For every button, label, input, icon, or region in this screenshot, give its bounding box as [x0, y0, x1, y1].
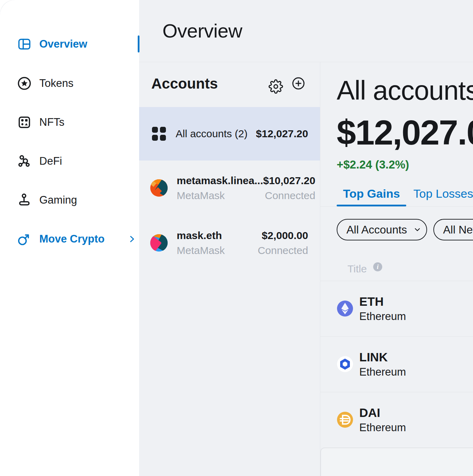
account-row-mask-eth[interactable]: mask.eth $2,000.00 MetaMask Connected: [139, 215, 320, 270]
info-icon[interactable]: i: [373, 262, 382, 271]
table-header: Title i: [320, 259, 473, 281]
account-row-all-accounts[interactable]: All accounts (2) $12,027.20: [139, 107, 320, 161]
account-status: Connected: [265, 190, 315, 202]
sidebar-item-defi[interactable]: DeFi: [0, 150, 139, 172]
account-status: Connected: [258, 245, 308, 256]
accounts-settings-button[interactable]: [268, 79, 283, 94]
balance-change: +$2.24 (3.2%): [337, 158, 409, 171]
account-name: metamask.linea...: [177, 175, 263, 187]
account-value: $12,027.20: [256, 128, 308, 140]
token-symbol: ETH: [359, 295, 406, 307]
chevron-right-icon: [127, 235, 136, 244]
accounts-panel: Accounts: [139, 62, 320, 476]
token-network: Ethereum: [359, 367, 406, 377]
sidebar-item-label: NFTs: [39, 116, 64, 129]
grid-icon: [152, 127, 166, 141]
accounts-title: Accounts: [151, 75, 218, 92]
title-column-header: Title: [347, 263, 367, 275]
chainlink-icon: [337, 356, 353, 372]
gear-icon: [268, 79, 283, 94]
sidebar-item-overview[interactable]: Overview: [0, 33, 139, 55]
molecule-icon: [17, 154, 32, 169]
page-title: Overview: [162, 20, 242, 42]
sidebar-item-tokens[interactable]: Tokens: [0, 72, 139, 95]
sidebar-item-label: Overview: [39, 38, 87, 50]
active-nav-indicator: [138, 35, 139, 52]
overview-panel: All accounts $12,027.02 +$2.24 (3.2%) To…: [320, 62, 473, 476]
account-name: mask.eth: [177, 230, 222, 241]
account-row-metamask-linea[interactable]: metamask.linea... $10,027.20 MetaMask Co…: [139, 161, 320, 215]
metamask-portfolio-window: Overview Tokens NFTs: [0, 0, 473, 476]
balance-heading: All accounts: [337, 75, 473, 106]
bottom-card: [320, 448, 473, 476]
tabs-divider: [320, 206, 473, 207]
token-network: Ethereum: [359, 422, 406, 433]
account-value: $10,027.20: [263, 175, 315, 187]
dai-icon: [337, 412, 353, 428]
accounts-header: Accounts: [139, 62, 320, 107]
chevron-down-icon: [413, 225, 422, 234]
token-row-dai[interactable]: DAI Ethereum: [320, 392, 473, 448]
add-account-button[interactable]: [291, 76, 305, 90]
plus-circle-icon: [291, 76, 305, 90]
tab-top-gains[interactable]: Top Gains: [337, 180, 406, 207]
sidebar-item-nfts[interactable]: NFTs: [0, 111, 139, 133]
ethereum-icon: [337, 301, 353, 317]
account-value: $2,000.00: [262, 230, 308, 241]
joystick-icon: [17, 192, 32, 208]
token-symbol: DAI: [359, 407, 406, 419]
gains-losses-tabs: Top Gains Top Losses: [320, 180, 473, 207]
total-balance: $12,027.02: [337, 113, 473, 153]
nft-shapes-icon: [17, 115, 32, 130]
sidebar-item-label: Move Crypto: [39, 233, 105, 245]
sidebar-item-label: Gaming: [39, 194, 77, 206]
networks-filter-dropdown[interactable]: All Networks: [433, 219, 473, 240]
token-row-link[interactable]: LINK Ethereum: [320, 336, 473, 392]
token-row-eth[interactable]: ETH Ethereum: [320, 281, 473, 336]
accounts-filter-label: All Accounts: [346, 223, 407, 236]
token-network: Ethereum: [359, 311, 406, 322]
account-wallet: MetaMask: [177, 190, 225, 202]
move-crypto-icon: [17, 231, 32, 247]
sidebar-item-label: DeFi: [39, 155, 62, 167]
sidebar-item-move-crypto[interactable]: Move Crypto: [0, 228, 139, 250]
account-avatar: [150, 234, 168, 252]
star-circle-icon: [17, 76, 32, 91]
networks-filter-label: All Networks: [443, 223, 473, 236]
account-avatar: [150, 179, 168, 197]
token-symbol: LINK: [359, 351, 406, 363]
tab-top-losses[interactable]: Top Losses: [414, 180, 473, 207]
accounts-filter-dropdown[interactable]: All Accounts: [337, 219, 427, 240]
account-name: All accounts (2): [176, 128, 248, 140]
overview-layout-icon: [17, 36, 32, 52]
sidebar-item-label: Tokens: [39, 77, 73, 90]
sidebar-item-gaming[interactable]: Gaming: [0, 189, 139, 211]
account-wallet: MetaMask: [177, 245, 225, 256]
sidebar: Overview Tokens NFTs: [0, 0, 139, 476]
